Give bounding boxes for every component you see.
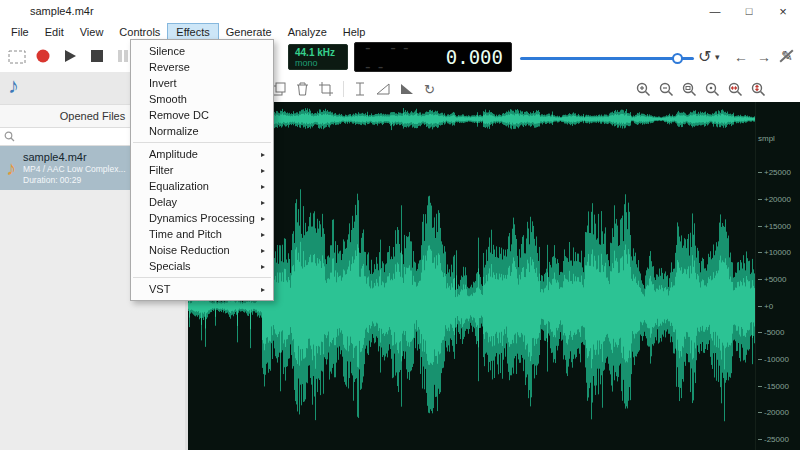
scale-label: -10000 (758, 355, 789, 364)
record-button[interactable] (36, 49, 50, 63)
sample-rate-display: 44.1 kHz mono (288, 44, 348, 70)
back-arrow-icon[interactable]: ← (734, 49, 748, 65)
copy-icon[interactable] (272, 82, 286, 96)
wave-edit-tools: ↻ (272, 81, 435, 97)
scale-label: -25000 (758, 435, 789, 444)
menu-item-silence[interactable]: Silence (131, 43, 273, 59)
menu-edit[interactable]: Edit (37, 24, 72, 40)
scale-label: +0 (758, 302, 773, 311)
history-icon[interactable]: ↺ (698, 47, 711, 66)
file-info: sample4.m4r MP4 / AAC Low Complex... Dur… (23, 150, 126, 186)
scale-label: +15000 (758, 222, 791, 231)
history-dropdown-icon[interactable]: ▾ (715, 52, 720, 62)
window-title: sample4.m4r (30, 5, 94, 17)
zoom-out-icon[interactable] (659, 82, 674, 97)
app-window: sample4.m4r — □ × File Edit View Control… (0, 0, 800, 450)
channel-mode-value: mono (295, 58, 341, 68)
minimize-button[interactable]: — (698, 0, 732, 22)
fade-out-icon[interactable] (400, 83, 414, 95)
time-value: 0.000 (446, 46, 503, 68)
volume-slider[interactable] (520, 53, 694, 65)
window-controls: — □ × (698, 0, 800, 22)
scale-label: -15000 (758, 382, 789, 391)
scale-label: +25000 (758, 168, 791, 177)
scale-label: +5000 (758, 275, 786, 284)
menu-item-smooth[interactable]: Smooth (131, 91, 273, 107)
menu-item-filter[interactable]: Filter▸ (131, 162, 273, 178)
wave-toolbar: ↻ (188, 76, 800, 102)
menu-item-dynamics-processing[interactable]: Dynamics Processing▸ (131, 210, 273, 226)
menu-analyze[interactable]: Analyze (280, 24, 335, 40)
submenu-arrow-icon: ▸ (261, 230, 265, 239)
submenu-arrow-icon: ▸ (261, 285, 265, 294)
zoom-in-icon[interactable] (636, 82, 651, 97)
effects-menu: Silence Reverse Invert Smooth Remove DC … (130, 39, 274, 301)
menu-item-amplitude[interactable]: Amplitude▸ (131, 146, 273, 162)
slider-track (520, 57, 694, 60)
slider-thumb[interactable] (672, 53, 683, 64)
menu-item-invert[interactable]: Invert (131, 75, 273, 91)
scale-label: +10000 (758, 248, 791, 257)
toolbar-separator (343, 81, 344, 97)
edit-disabled-icon[interactable]: ✎ (778, 47, 796, 65)
submenu-arrow-icon: ▸ (261, 182, 265, 191)
menu-generate[interactable]: Generate (218, 24, 280, 40)
zoom-selection-vertical-icon[interactable] (751, 82, 766, 97)
normalize-level-icon[interactable] (354, 82, 366, 96)
menu-item-delay[interactable]: Delay▸ (131, 194, 273, 210)
scale-label: -5000 (758, 328, 784, 337)
waveform-area: smpl +25000 +20000 +15000 +10000 +5000 +… (188, 102, 800, 450)
submenu-arrow-icon: ▸ (261, 214, 265, 223)
time-ghost-segments: - -- -- (363, 38, 438, 76)
crop-icon[interactable] (319, 82, 333, 96)
menu-item-equalization[interactable]: Equalization▸ (131, 178, 273, 194)
file-name: sample4.m4r (23, 150, 126, 164)
scale-label: -20000 (758, 408, 789, 417)
zoom-actual-icon[interactable] (705, 82, 720, 97)
menu-item-specials[interactable]: Specials▸ (131, 258, 273, 274)
menu-separator (133, 277, 271, 278)
menu-item-remove-dc[interactable]: Remove DC (131, 107, 273, 123)
file-note-icon: ♪ (6, 157, 16, 180)
menu-view[interactable]: View (72, 24, 112, 40)
submenu-arrow-icon: ▸ (261, 246, 265, 255)
submenu-arrow-icon: ▸ (261, 198, 265, 207)
maximize-button[interactable]: □ (732, 0, 766, 22)
menu-item-vst[interactable]: VST▸ (131, 281, 273, 297)
menu-item-time-and-pitch[interactable]: Time and Pitch▸ (131, 226, 273, 242)
zoom-tools (636, 82, 766, 97)
menu-item-reverse[interactable]: Reverse (131, 59, 273, 75)
amplitude-scale: smpl +25000 +20000 +15000 +10000 +5000 +… (755, 102, 800, 450)
trash-icon[interactable] (296, 82, 309, 96)
main-toolbar: 44.1 kHz mono - -- -- 0.000 ↺ ▾ ← → ✎ (0, 41, 800, 75)
zoom-selection-horizontal-icon[interactable] (728, 82, 743, 97)
menu-separator (133, 142, 271, 143)
fade-in-icon[interactable] (376, 83, 390, 95)
file-duration: Duration: 00:29 (23, 175, 126, 186)
menu-effects[interactable]: Effects (168, 24, 217, 40)
selection-tool-icon[interactable] (8, 50, 26, 64)
menu-file[interactable]: File (3, 24, 37, 40)
scale-unit-label: smpl (758, 134, 775, 143)
file-format: MP4 / AAC Low Complex... (23, 164, 126, 175)
titlebar: sample4.m4r — □ × (0, 0, 800, 23)
zoom-fit-icon[interactable] (682, 82, 697, 97)
menu-controls[interactable]: Controls (111, 24, 168, 40)
menu-item-normalize[interactable]: Normalize (131, 123, 273, 139)
time-display: - -- -- 0.000 (354, 42, 512, 72)
close-button[interactable]: × (766, 0, 800, 22)
play-button[interactable] (63, 49, 77, 63)
pause-button[interactable] (117, 50, 129, 62)
audio-note-icon: ♪ (8, 73, 19, 99)
stop-button[interactable] (91, 50, 103, 62)
panel-title: Opened Files (60, 110, 125, 122)
search-icon (4, 131, 15, 142)
submenu-arrow-icon: ▸ (261, 262, 265, 271)
submenu-arrow-icon: ▸ (261, 166, 265, 175)
forward-arrow-icon[interactable]: → (757, 49, 771, 65)
menu-item-noise-reduction[interactable]: Noise Reduction▸ (131, 242, 273, 258)
loop-icon[interactable]: ↻ (424, 82, 435, 97)
sample-rate-value: 44.1 kHz (295, 47, 341, 58)
submenu-arrow-icon: ▸ (261, 150, 265, 159)
scale-label: +20000 (758, 195, 791, 204)
